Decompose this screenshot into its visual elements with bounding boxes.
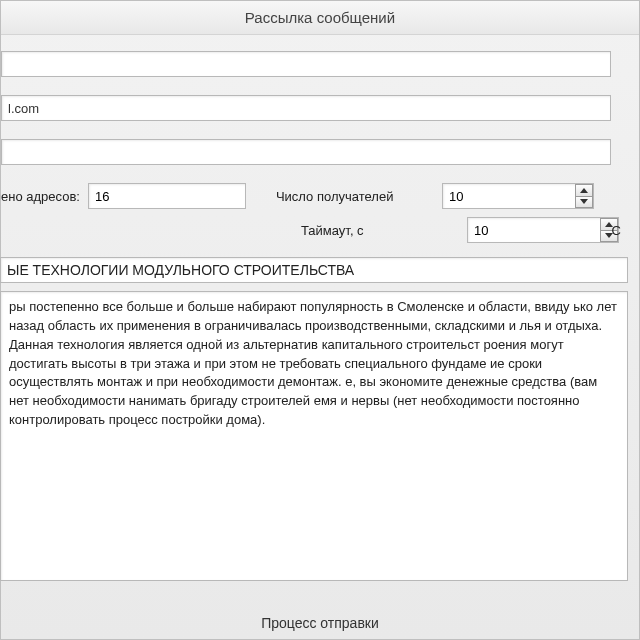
chevron-up-icon — [580, 188, 588, 193]
smtp-input[interactable] — [1, 95, 611, 121]
mail-dialog: Рассылка сообщений ено адресов: Число по… — [0, 0, 640, 640]
loaded-addresses-input[interactable] — [88, 183, 246, 209]
timeout-label: Таймаут, с — [301, 223, 459, 238]
body-textarea[interactable]: ры постепенно все больше и больше набира… — [0, 291, 628, 581]
recipients-label: Число получателей — [276, 189, 434, 204]
recipients-down-button[interactable] — [575, 197, 593, 209]
recipients-spinner[interactable] — [442, 183, 594, 209]
counts-row-2: Таймаут, с С — [1, 217, 627, 243]
subject-input[interactable]: ЫЕ ТЕХНОЛОГИИ МОДУЛЬНОГО СТРОИТЕЛЬСТВА — [0, 257, 628, 283]
recipients-input[interactable] — [442, 183, 594, 209]
timeout-input[interactable] — [467, 217, 619, 243]
window-title: Рассылка сообщений — [245, 9, 395, 26]
list-input[interactable] — [1, 139, 611, 165]
subject-text: ЫЕ ТЕХНОЛОГИИ МОДУЛЬНОГО СТРОИТЕЛЬСТВА — [7, 262, 354, 278]
loaded-addresses-label: ено адресов: — [1, 189, 80, 204]
recipients-up-button[interactable] — [575, 184, 593, 197]
from-input[interactable] — [1, 51, 611, 77]
process-caption: Процесс отправки — [1, 615, 639, 631]
content-area: ено адресов: Число получателей Таймаут, … — [1, 35, 639, 639]
titlebar: Рассылка сообщений — [1, 1, 639, 35]
body-text: ры постепенно все больше и больше набира… — [9, 299, 617, 427]
timeout-spinner[interactable] — [467, 217, 619, 243]
chevron-down-icon — [580, 199, 588, 204]
cut-label-right: С — [612, 223, 621, 238]
counts-row-1: ено адресов: Число получателей — [1, 183, 627, 209]
